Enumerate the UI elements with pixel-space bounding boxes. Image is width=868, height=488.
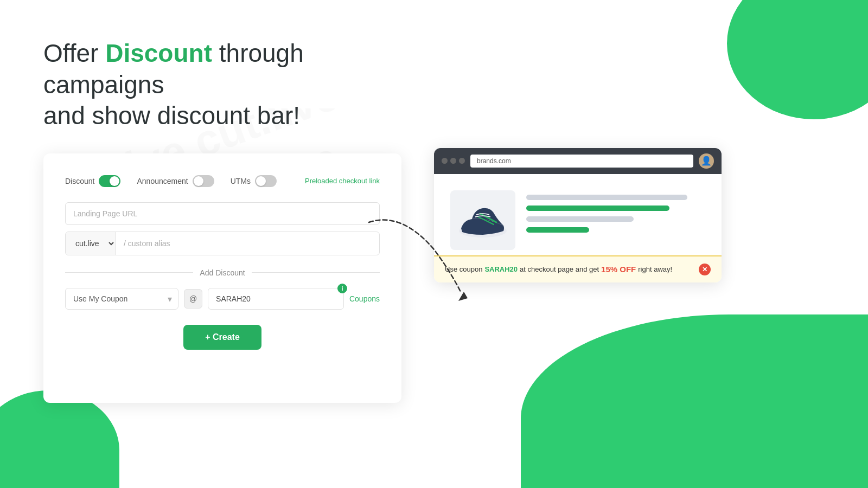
add-discount-label: Add Discount — [200, 268, 245, 277]
browser-dot-red — [442, 158, 448, 164]
toggle-row: Discount Announcement UTMs — [65, 175, 380, 187]
discount-bar-coupon: SARAH20 — [484, 265, 518, 273]
announcement-toggle[interactable] — [193, 175, 214, 187]
coupon-type-select[interactable]: Use My Coupon — [65, 288, 178, 310]
browser-address-bar[interactable]: brands.com — [470, 155, 693, 168]
discount-bar: Use coupon SARAH20 at checkout page and … — [434, 255, 722, 282]
discount-bar-off: 15% OFF — [601, 265, 636, 274]
custom-alias-placeholder: / custom alias — [116, 233, 379, 254]
product-lines — [526, 190, 705, 233]
coupon-select-wrap: Use My Coupon ▾ — [65, 288, 178, 310]
heading-line2: and show discount bar! — [43, 101, 300, 130]
coupon-code-input[interactable] — [208, 288, 344, 310]
product-image-box — [450, 190, 515, 250]
browser-address-text: brands.com — [477, 157, 511, 165]
add-discount-divider: Add Discount — [65, 268, 380, 277]
product-line-4 — [526, 227, 589, 233]
landing-page-url-input[interactable] — [65, 202, 380, 225]
discount-bar-post: right away! — [638, 265, 672, 273]
create-button[interactable]: + Create — [183, 325, 261, 350]
browser-dot-green — [459, 158, 465, 164]
discount-toggle-label: Discount — [65, 177, 94, 185]
domain-row: cut.live / custom alias — [65, 232, 380, 255]
coupon-input-wrap: i — [208, 288, 344, 310]
discount-bar-mid: at checkout page and get — [520, 265, 599, 273]
discount-bar-close-button[interactable]: ✕ — [699, 264, 711, 275]
product-row — [450, 190, 705, 250]
product-line-1 — [526, 195, 687, 200]
browser-dot-yellow — [450, 158, 456, 164]
domain-select[interactable]: cut.live — [66, 232, 116, 255]
toggle-group-announcement: Announcement — [137, 175, 214, 187]
close-icon: ✕ — [702, 266, 707, 273]
main-heading: Offer Discount through campaigns and sho… — [43, 38, 423, 132]
browser-titlebar: brands.com 👤 — [434, 148, 722, 174]
utms-toggle-label: UTMs — [231, 177, 251, 185]
panels: Discount Announcement UTMs — [43, 153, 825, 403]
product-line-3 — [526, 216, 634, 222]
coupon-row: Use My Coupon ▾ @ i Coupons — [65, 288, 380, 310]
divider-line-right — [252, 272, 380, 273]
coupon-at-icon[interactable]: @ — [184, 289, 202, 309]
coupons-link[interactable]: Coupons — [349, 294, 380, 303]
browser-mockup: brands.com 👤 — [434, 148, 722, 282]
browser-content: Use coupon SARAH20 at checkout page and … — [434, 174, 722, 282]
heading-part1: Offer — [43, 39, 105, 67]
browser-avatar: 👤 — [699, 153, 714, 169]
divider-line-left — [65, 272, 193, 273]
utms-toggle[interactable] — [255, 175, 277, 187]
heading-accent: Discount — [105, 39, 212, 67]
form-card: Discount Announcement UTMs — [43, 153, 401, 403]
at-symbol: @ — [189, 294, 197, 303]
product-line-2 — [526, 206, 669, 211]
shoe-svg — [456, 198, 510, 242]
toggle-group-utms: UTMs — [231, 175, 277, 187]
discount-toggle[interactable] — [99, 175, 120, 187]
browser-dots — [442, 158, 465, 164]
announcement-toggle-label: Announcement — [137, 177, 188, 185]
toggle-group-discount: Discount — [65, 175, 120, 187]
preloaded-checkout-link[interactable]: Preloaded checkout link — [305, 177, 380, 185]
coupon-info-badge: i — [337, 284, 347, 293]
main-content: Offer Discount through campaigns and sho… — [0, 0, 868, 488]
discount-bar-pre: Use coupon — [445, 265, 482, 273]
